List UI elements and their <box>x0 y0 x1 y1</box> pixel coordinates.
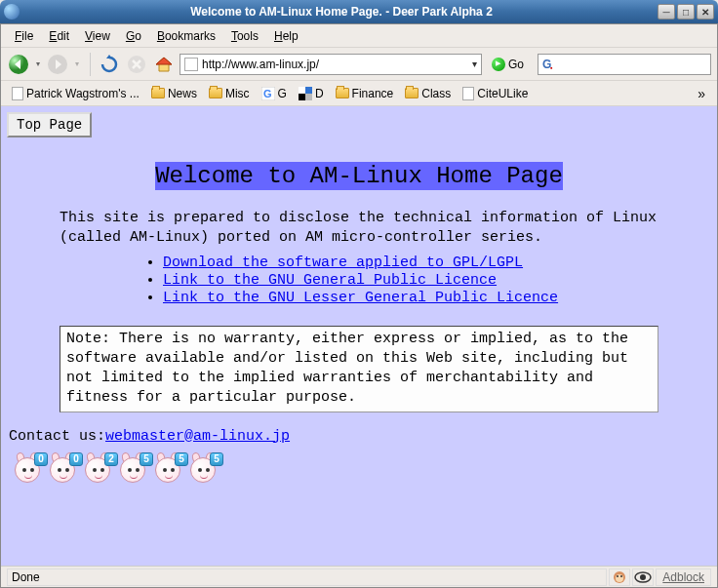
contact-line: Contact us:webmaster@am-linux.jp <box>9 428 711 445</box>
list-item: Link to the GNU Lesser General Public Li… <box>163 290 711 306</box>
bookmark-misc[interactable]: Misc <box>204 85 255 102</box>
menu-view[interactable]: View <box>77 27 118 45</box>
home-icon <box>154 55 174 74</box>
adblock-button[interactable]: Adblock <box>656 568 711 586</box>
download-link[interactable]: Download the software applied to GPL/LGP… <box>163 255 523 271</box>
svg-point-12 <box>616 574 623 582</box>
bookmark-patrick[interactable]: Patrick Wagstrom's ... <box>7 85 144 102</box>
back-arrow-icon <box>8 54 29 75</box>
folder-icon <box>209 88 222 98</box>
counter-digit: 5 <box>190 454 221 486</box>
page-content: Top Page Welcome to AM-Linux Home Page T… <box>1 106 717 566</box>
counter-digit: 5 <box>120 454 151 486</box>
svg-point-16 <box>640 574 646 580</box>
menu-tools[interactable]: Tools <box>223 27 266 45</box>
google-icon: G <box>261 87 275 100</box>
menu-go[interactable]: Go <box>118 27 149 45</box>
go-icon <box>492 58 505 71</box>
folder-icon <box>336 88 349 98</box>
warranty-note: Note: There is no warranty, either expre… <box>60 326 658 412</box>
list-item: Link to the GNU General Public Licence <box>163 272 711 289</box>
status-eye-icon[interactable] <box>632 568 654 586</box>
url-dropdown[interactable]: ▾ <box>472 59 477 69</box>
visitor-counter: 0 0 2 5 5 5 <box>15 454 711 486</box>
close-button[interactable]: ✕ <box>697 4 714 20</box>
counter-digit: 5 <box>155 454 186 486</box>
bookmark-g[interactable]: GG <box>257 85 292 102</box>
menubar: File Edit View Go Bookmarks Tools Help <box>1 24 717 48</box>
status-text: Done <box>7 568 607 586</box>
delicious-icon <box>299 87 312 100</box>
search-engine-icon[interactable]: G▪ <box>542 58 556 71</box>
menu-file[interactable]: File <box>7 27 41 45</box>
statusbar: Done Adblock <box>1 566 717 587</box>
navigation-toolbar: ▾ ▾ ▾ Go G▪ <box>1 48 717 81</box>
bookmarks-toolbar: Patrick Wagstrom's ... News Misc GG D Fi… <box>1 81 717 106</box>
contact-label: Contact us: <box>9 428 105 445</box>
bookmark-finance[interactable]: Finance <box>331 85 399 102</box>
svg-point-13 <box>617 575 618 577</box>
maximize-button[interactable]: □ <box>677 4 695 20</box>
forward-arrow-icon <box>47 54 68 75</box>
app-icon <box>4 4 20 20</box>
stop-icon <box>127 55 146 74</box>
counter-digit: 0 <box>15 454 46 486</box>
minimize-button[interactable]: ─ <box>658 4 675 20</box>
intro-text: This site is prepared to disclose the te… <box>60 209 662 249</box>
go-button[interactable]: Go <box>486 56 530 73</box>
svg-rect-9 <box>299 94 305 100</box>
search-bar[interactable]: G▪ <box>538 54 711 75</box>
stop-button[interactable] <box>125 51 148 78</box>
page-icon <box>12 87 23 100</box>
link-list: Download the software applied to GPL/LGP… <box>163 255 711 306</box>
forward-button[interactable] <box>46 51 69 78</box>
url-bar[interactable]: ▾ <box>180 54 482 75</box>
home-button[interactable] <box>152 51 176 78</box>
counter-digit: 0 <box>50 454 81 486</box>
bookmark-d[interactable]: D <box>294 85 329 102</box>
gpl-link[interactable]: Link to the GNU General Public Licence <box>163 272 497 289</box>
reload-icon <box>100 55 119 74</box>
url-input[interactable] <box>202 58 468 71</box>
svg-rect-7 <box>299 87 305 94</box>
back-button[interactable] <box>7 51 30 78</box>
bookmarks-overflow[interactable]: » <box>692 86 711 101</box>
search-input[interactable] <box>560 58 706 71</box>
back-dropdown[interactable]: ▾ <box>34 59 43 68</box>
window-titlebar: Welcome to AM-Linux Home Page. - Deer Pa… <box>0 0 718 23</box>
contact-email-link[interactable]: webmaster@am-linux.jp <box>105 428 290 445</box>
folder-icon <box>151 88 165 98</box>
bookmark-news[interactable]: News <box>146 85 202 102</box>
page-favicon <box>184 58 198 71</box>
window-title: Welcome to AM-Linux Home Page. - Deer Pa… <box>25 5 658 19</box>
svg-text:▪: ▪ <box>550 64 553 71</box>
lgpl-link[interactable]: Link to the GNU Lesser General Public Li… <box>163 290 558 306</box>
list-item: Download the software applied to GPL/LGP… <box>163 255 711 271</box>
svg-point-14 <box>620 575 622 577</box>
status-monkey-icon[interactable] <box>609 568 630 586</box>
folder-icon <box>405 88 419 98</box>
page-icon <box>462 87 474 100</box>
top-page-button[interactable]: Top Page <box>7 112 92 137</box>
menu-edit[interactable]: Edit <box>41 27 77 45</box>
menu-help[interactable]: Help <box>266 27 306 45</box>
bookmark-class[interactable]: Class <box>400 85 456 102</box>
counter-digit: 2 <box>85 454 116 486</box>
menu-bookmarks[interactable]: Bookmarks <box>149 27 223 45</box>
go-label: Go <box>508 58 524 71</box>
forward-dropdown[interactable]: ▾ <box>73 59 82 68</box>
page-heading: Welcome to AM-Linux Home Page <box>7 163 711 189</box>
bookmark-citeulike[interactable]: CiteULike <box>458 85 533 102</box>
svg-rect-10 <box>305 94 312 100</box>
svg-text:G: G <box>263 88 272 99</box>
svg-rect-8 <box>305 87 312 94</box>
reload-button[interactable] <box>99 51 122 78</box>
